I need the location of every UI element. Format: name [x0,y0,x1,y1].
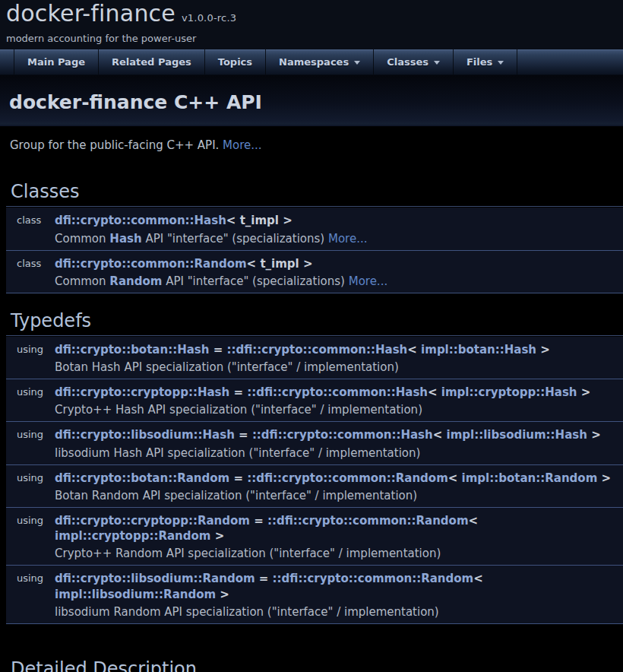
angle-close: > [597,471,611,485]
chevron-down-icon [498,61,504,65]
typedef-impl-link[interactable]: impl::botan::Hash [421,343,536,357]
typedef-declaration: dfi::crypto::botan::Hash = ::dfi::crypto… [55,342,620,357]
desc-text: Common [55,232,109,246]
angle-close: > [216,588,229,601]
nav-tab-topics[interactable]: Topics [204,49,265,74]
angle-open: < [448,471,462,485]
typedef-impl-link[interactable]: impl::cryptopp::Random [55,529,210,543]
template-suffix: < t_impl > [226,214,293,227]
typedef-row: using dfi::crypto::botan::Hash = ::dfi::… [6,337,623,379]
angle-open: < [407,343,421,357]
masthead: docker-financev1.0.0-rc.3 modern account… [0,0,623,49]
nav-tab-classes[interactable]: Classes [373,49,453,74]
class-more-link[interactable]: More... [349,274,388,288]
page-title: docker-finance C++ API [9,91,623,113]
typedef-impl-link[interactable]: impl::cryptopp::Hash [441,385,577,399]
angle-open: < [428,385,441,399]
typedef-target-link[interactable]: ::dfi::crypto::common::Hash [226,343,407,357]
intro-text: Group for the public-facing C++ API. Mor… [10,138,623,153]
typedef-row: using dfi::crypto::cryptopp::Random = ::… [6,508,623,566]
intro-text-body: Group for the public-facing C++ API. [10,138,223,152]
typedef-name-link[interactable]: dfi::crypto::libsodium::Hash [55,428,235,442]
page-header: docker-finance C++ API [0,75,623,126]
typedef-declaration: dfi::crypto::cryptopp::Hash = ::dfi::cry… [55,385,620,400]
typedef-kind-label: using [6,571,55,619]
intro-more-link[interactable]: More... [223,138,262,152]
class-kind-label: class [6,256,55,288]
equals-sign: = [255,572,273,585]
typedef-kind-label: using [6,385,55,417]
typedef-name-link[interactable]: dfi::crypto::botan::Random [55,471,229,485]
class-kind-label: class [6,213,55,245]
angle-close: > [536,343,550,357]
typedef-declaration: dfi::crypto::libsodium::Hash = ::dfi::cr… [55,427,620,442]
classes-table: class dfi::crypto::common::Hash< t_impl … [6,208,623,293]
typedef-description: Botan Hash API specialization ("interfac… [55,360,620,374]
classes-section-heading: Classes [6,181,623,207]
typedef-target-link[interactable]: ::dfi::crypto::common::Hash [252,428,433,442]
chevron-down-icon [434,61,440,65]
class-description: Common Hash API "interface" (specializat… [55,232,620,246]
typedef-kind-label: using [6,342,55,374]
class-declaration: dfi::crypto::common::Random< t_impl > [55,256,620,271]
class-name-link[interactable]: dfi::crypto::common::Random [55,257,247,271]
desc-text: API "interface" (specializations) [162,274,348,288]
typedefs-table: using dfi::crypto::botan::Hash = ::dfi::… [6,337,623,624]
typedef-row: using dfi::crypto::libsodium::Random = :… [6,566,623,624]
class-description: Common Random API "interface" (specializ… [55,274,620,288]
equals-sign: = [229,471,247,485]
nav-tab-files[interactable]: Files [453,49,517,74]
class-row: class dfi::crypto::common::Random< t_imp… [6,251,623,293]
nav-tab-main-page[interactable]: Main Page [14,49,98,74]
template-suffix: < t_impl > [247,257,313,271]
angle-close: > [587,428,601,442]
typedef-name-link[interactable]: dfi::crypto::cryptopp::Random [55,514,250,528]
nav-tab-files-label: Files [466,56,492,68]
typedef-description: Crypto++ Hash API specialization ("inter… [55,403,620,417]
desc-class-link[interactable]: Random [109,274,162,288]
angle-open: < [469,514,479,528]
nav-tab-namespaces-label: Namespaces [279,56,349,68]
typedef-target-link[interactable]: ::dfi::crypto::common::Hash [247,385,428,399]
equals-sign: = [235,428,252,442]
desc-text: Common [55,274,109,288]
angle-open: < [433,428,447,442]
angle-open: < [473,572,483,585]
typedef-kind-label: using [6,427,55,459]
typedef-name-link[interactable]: dfi::crypto::botan::Hash [55,343,209,357]
typedef-name-link[interactable]: dfi::crypto::cryptopp::Hash [55,385,229,399]
angle-close: > [577,385,591,399]
typedef-impl-link[interactable]: impl::botan::Random [462,471,598,485]
nav-tab-classes-label: Classes [387,56,429,68]
detailed-description-heading: Detailed Description [6,658,623,672]
typedef-row: using dfi::crypto::libsodium::Hash = ::d… [6,422,623,464]
contents: Group for the public-facing C++ API. Mor… [0,138,623,672]
chevron-down-icon [354,61,360,65]
nav-tab-related-pages[interactable]: Related Pages [98,49,204,74]
angle-close: > [210,529,224,543]
typedef-impl-link[interactable]: impl::libsodium::Hash [447,428,587,442]
class-more-link[interactable]: More... [328,232,368,246]
class-name-link[interactable]: dfi::crypto::common::Hash [55,214,226,227]
nav-tab-main-page-label: Main Page [27,56,85,68]
typedef-description: Botan Random API specialization ("interf… [55,489,620,502]
project-name: docker-financev1.0.0-rc.3 [6,1,623,31]
typedef-target-link[interactable]: ::dfi::crypto::common::Random [247,471,448,485]
desc-text: API "interface" (specializations) [142,232,328,246]
nav-tab-related-pages-label: Related Pages [112,56,191,68]
typedef-declaration: dfi::crypto::botan::Random = ::dfi::cryp… [55,471,620,486]
typedef-row: using dfi::crypto::cryptopp::Hash = ::df… [6,379,623,422]
typedef-kind-label: using [6,471,55,502]
class-row: class dfi::crypto::common::Hash< t_impl … [6,208,623,250]
typedef-name-link[interactable]: dfi::crypto::libsodium::Random [55,572,255,585]
typedef-target-link[interactable]: ::dfi::crypto::common::Random [273,572,474,585]
typedef-description: Crypto++ Random API specialization ("int… [55,547,620,560]
class-declaration: dfi::crypto::common::Hash< t_impl > [55,213,620,228]
nav-tab-topics-label: Topics [218,56,252,68]
typedef-declaration: dfi::crypto::cryptopp::Random = ::dfi::c… [55,513,620,544]
typedef-target-link[interactable]: ::dfi::crypto::common::Random [267,514,469,528]
desc-class-link[interactable]: Hash [109,232,141,246]
typedef-description: libsodium Hash API specialization ("inte… [55,446,620,460]
nav-tab-namespaces[interactable]: Namespaces [265,49,373,74]
typedef-impl-link[interactable]: impl::libsodium::Random [55,588,216,601]
